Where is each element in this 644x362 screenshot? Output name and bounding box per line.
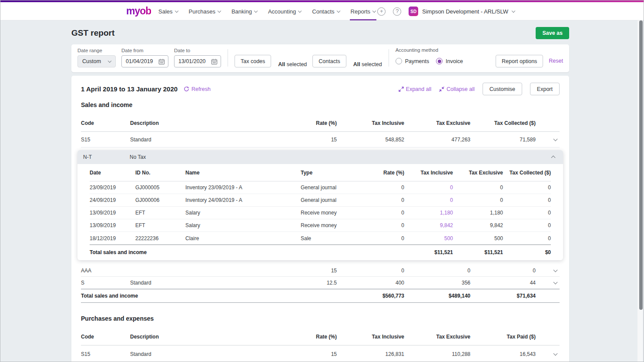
col-code: Code — [81, 334, 130, 340]
customise-button[interactable]: Customise — [483, 83, 522, 95]
cell-tax-collected: 0 — [503, 197, 551, 203]
radio-unselected-icon[interactable] — [396, 58, 402, 64]
cell-type: Receive money — [301, 210, 356, 216]
nav-item-sales[interactable]: Sales — [158, 2, 178, 20]
cell-name: Claire — [185, 235, 301, 241]
expand-row-icon[interactable] — [553, 268, 558, 272]
help-icon[interactable]: ? — [393, 7, 401, 16]
scrollbar-thumb[interactable] — [639, 20, 643, 310]
nav-item-banking[interactable]: Banking — [231, 2, 257, 20]
cell-rate: 15 — [272, 268, 337, 274]
date-to-value: 13/01/2020 — [178, 58, 206, 64]
detail-total-row: Total sales and income $11,521 $11,521 $… — [90, 245, 551, 259]
cell-id: GJ000005 — [135, 184, 185, 191]
tax-codes-filter-button[interactable]: Tax codes — [235, 55, 271, 67]
collapse-all-link[interactable]: Collapse all — [439, 86, 475, 92]
expand-all-icon — [399, 87, 404, 92]
report-options-button[interactable]: Report options — [496, 55, 543, 67]
col-tax-inclusive: Tax Inclusive — [337, 120, 404, 126]
nav-item-label: Contacts — [312, 8, 334, 15]
purchases-row-s15[interactable]: S15 Standard 15 126,831 110,288 16,543 — [81, 345, 560, 362]
save-as-button[interactable]: Save as — [536, 27, 569, 39]
cell-type: General journal — [301, 184, 356, 191]
col-rate: Rate (%) — [272, 334, 337, 340]
chevron-down-icon — [218, 9, 221, 12]
nav-item-reports[interactable]: Reports — [351, 2, 376, 20]
col-type: Type — [301, 170, 356, 176]
cell-tax-inclusive: 548,852 — [337, 137, 404, 143]
cell-code: AAA — [81, 268, 130, 274]
cell-tax-collected: 0 — [503, 210, 551, 216]
cell-tax-exclusive: 0 — [404, 268, 470, 274]
col-id: ID No. — [135, 170, 185, 176]
cell-description: Standard — [130, 137, 272, 143]
expand-all-label: Expand all — [406, 86, 431, 92]
expand-row-icon[interactable] — [553, 137, 558, 141]
cell-description: Standard — [130, 280, 272, 286]
col-tax-exclusive: Tax Exclusive — [404, 334, 470, 340]
cell-code: S15 — [81, 137, 130, 143]
expanded-nt-header[interactable]: N-T No Tax — [77, 150, 563, 164]
cell-rate: 0 — [356, 210, 404, 216]
col-tax-inclusive: Tax Inclusive — [404, 170, 453, 176]
date-range-select[interactable]: Custom — [77, 55, 116, 67]
col-tax-exclusive: Tax Exclusive — [404, 120, 470, 126]
date-from-value: 01/04/2019 — [126, 58, 153, 64]
sales-row-s15[interactable]: S15 Standard 15 548,852 477,263 71,589 — [81, 132, 560, 147]
chevron-down-icon — [336, 9, 340, 12]
radio-invoice[interactable]: Invoice — [436, 58, 463, 64]
nav-item-accounting[interactable]: Accounting — [268, 2, 301, 20]
sales-row-s[interactable]: S Standard 12.5 400 356 44 — [81, 277, 560, 289]
col-tax-exclusive: Tax Exclusive — [453, 170, 503, 176]
cell-tax-collected: 0 — [503, 235, 551, 241]
cell-rate: 0 — [356, 184, 404, 191]
sales-row-aaa[interactable]: AAA 15 0 0 0 — [81, 265, 560, 277]
total-label: Total sales and income — [90, 249, 356, 255]
date-range-value: Custom — [82, 58, 101, 64]
cell-tax-inclusive-link[interactable]: 0 — [404, 184, 453, 191]
date-from-input[interactable]: 01/04/2019 — [121, 55, 168, 67]
contacts-filter-button[interactable]: Contacts — [312, 55, 346, 67]
cell-id: EFT — [135, 222, 185, 228]
chevron-down-icon — [174, 9, 178, 12]
detail-row: 18/12/2019 22222236 Claire Sale 0 500 50… — [90, 232, 551, 245]
cell-tax-inclusive-link[interactable]: 9,842 — [404, 222, 453, 228]
col-rate: Rate (%) — [356, 170, 404, 176]
page-header: GST report Save as — [71, 20, 569, 44]
expand-row-icon[interactable] — [553, 280, 558, 284]
cell-rate: 0 — [356, 197, 404, 203]
date-to-input[interactable]: 13/01/2020 — [174, 55, 221, 67]
account-switcher[interactable]: SD Simpson Development - ARL/SLW — [409, 7, 515, 16]
collapse-row-icon[interactable] — [551, 156, 556, 160]
expand-all-link[interactable]: Expand all — [399, 86, 431, 92]
myob-gst-report-page: myob Sales Purchases Banking Accounting … — [0, 0, 644, 362]
cell-description: No Tax — [130, 154, 540, 160]
nav-item-label: Banking — [231, 8, 252, 15]
radio-payments[interactable]: Payments — [396, 58, 429, 64]
detail-row: 23/09/2019 GJ000005 Inventory 23/09/2019… — [90, 181, 551, 194]
date-to-label: Date to — [174, 48, 221, 53]
cell-tax-inclusive-link[interactable]: 500 — [404, 235, 453, 241]
cell-tax-inclusive-link[interactable]: 0 — [404, 197, 453, 203]
detail-row: 13/09/2019 EFT Salary Receive money 0 9,… — [90, 219, 551, 232]
cell-name: Inventory 24/09/2019 - A — [185, 197, 301, 203]
export-button[interactable]: Export — [530, 83, 560, 95]
cell-code: S15 — [81, 351, 130, 357]
cell-tax-inclusive-link[interactable]: 1,180 — [404, 210, 453, 216]
calendar-icon[interactable] — [158, 58, 165, 65]
create-new-icon[interactable]: + — [377, 7, 386, 16]
cell-tax-collected: 71,589 — [470, 137, 536, 143]
col-tax-collected: Tax Collected ($) — [503, 170, 551, 176]
nav-item-contacts[interactable]: Contacts — [312, 2, 339, 20]
detail-row: 13/09/2019 EFT Salary Receive money 0 1,… — [90, 207, 551, 219]
col-date: Date — [90, 170, 135, 176]
chevron-down-icon — [108, 59, 111, 62]
nav-item-purchases[interactable]: Purchases — [189, 2, 221, 20]
myob-logo: myob — [126, 5, 151, 17]
refresh-link[interactable]: Refresh — [184, 86, 211, 92]
reset-link[interactable]: Reset — [549, 58, 563, 64]
radio-selected-icon[interactable] — [436, 58, 443, 64]
calendar-icon[interactable] — [211, 58, 218, 65]
total-tax-inclusive: $11,521 — [404, 249, 453, 255]
expand-row-icon[interactable] — [553, 351, 558, 355]
